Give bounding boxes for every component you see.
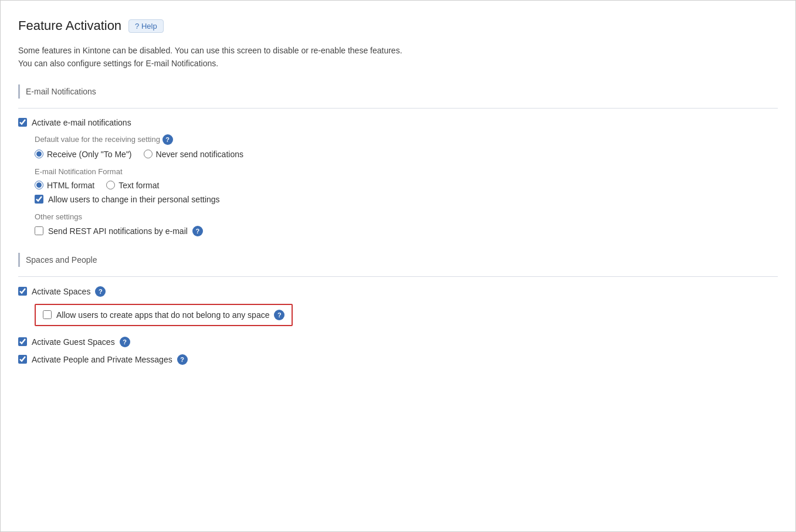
format-radio-group: HTML format Text format — [35, 181, 778, 190]
allow-change-checkbox[interactable] — [35, 195, 43, 204]
activate-people-checkbox[interactable] — [18, 355, 27, 364]
spaces-people-section: Spaces and People Activate Spaces ? Allo… — [18, 253, 778, 365]
text-format-label: Text format — [118, 181, 159, 190]
activate-email-label[interactable]: Activate e-mail notifications — [32, 118, 131, 127]
receiving-setting-radio-group: Receive (Only "To Me") Never send notifi… — [35, 150, 778, 159]
receive-only-me-option[interactable]: Receive (Only "To Me") — [35, 150, 132, 159]
description-line1: Some features in Kintone can be disabled… — [18, 46, 402, 55]
never-send-option[interactable]: Never send notifications — [144, 150, 243, 159]
default-value-label: Default value for the receiving setting … — [35, 134, 778, 145]
email-notifications-header: E-mail Notifications — [18, 84, 778, 99]
other-settings-label: Other settings — [35, 212, 778, 221]
activate-guest-spaces-checkbox[interactable] — [18, 337, 27, 346]
receive-only-me-radio[interactable] — [35, 150, 43, 158]
html-format-label: HTML format — [47, 181, 94, 190]
activate-guest-spaces-label[interactable]: Activate Guest Spaces — [32, 337, 115, 347]
allow-create-apps-checkbox[interactable] — [43, 310, 52, 319]
text-format-radio[interactable] — [106, 181, 115, 189]
allow-change-row: Allow users to change in their personal … — [35, 195, 778, 204]
activate-spaces-info-icon[interactable]: ? — [95, 286, 106, 297]
html-format-radio[interactable] — [35, 181, 43, 189]
send-rest-api-label[interactable]: Send REST API notifications by e-mail — [48, 226, 188, 236]
spaces-people-title: Spaces and People — [26, 255, 97, 265]
allow-change-label[interactable]: Allow users to change in their personal … — [48, 195, 220, 204]
activate-people-info-icon[interactable]: ? — [177, 354, 188, 365]
default-value-info-icon[interactable]: ? — [162, 134, 173, 145]
text-format-option[interactable]: Text format — [106, 181, 159, 190]
send-rest-api-checkbox[interactable] — [35, 226, 43, 235]
send-rest-api-info-icon[interactable]: ? — [192, 226, 203, 236]
divider-email — [18, 108, 778, 109]
activate-guest-spaces-info-icon[interactable]: ? — [120, 337, 130, 347]
email-notifications-title: E-mail Notifications — [26, 87, 96, 96]
format-section-label: E-mail Notification Format — [35, 167, 778, 176]
page-title: Feature Activation — [18, 18, 121, 33]
receive-only-me-label: Receive (Only "To Me") — [47, 150, 132, 159]
spaces-people-header: Spaces and People — [18, 253, 778, 267]
never-send-label: Never send notifications — [156, 150, 243, 159]
divider-spaces — [18, 276, 778, 277]
activate-spaces-row: Activate Spaces ? — [18, 286, 778, 297]
email-notifications-section: E-mail Notifications Activate e-mail not… — [18, 84, 778, 236]
page-header: Feature Activation ? Help — [18, 18, 778, 33]
never-send-radio[interactable] — [144, 150, 153, 158]
activate-spaces-checkbox[interactable] — [18, 287, 27, 296]
activate-email-checkbox[interactable] — [18, 118, 27, 127]
description-line2: You can also configure settings for E-ma… — [18, 59, 218, 68]
email-sub-options: Default value for the receiving setting … — [35, 134, 778, 236]
activate-guest-spaces-row: Activate Guest Spaces ? — [18, 337, 778, 347]
allow-create-apps-highlighted-row: Allow users to create apps that do not b… — [35, 304, 293, 326]
help-button[interactable]: ? Help — [128, 19, 164, 33]
send-rest-api-row: Send REST API notifications by e-mail ? — [35, 226, 778, 236]
activate-people-label[interactable]: Activate People and Private Messages — [32, 355, 172, 364]
page-container: Feature Activation ? Help Some features … — [0, 0, 796, 532]
activate-people-row: Activate People and Private Messages ? — [18, 354, 778, 365]
allow-create-apps-label[interactable]: Allow users to create apps that do not b… — [56, 310, 269, 320]
activate-email-row: Activate e-mail notifications — [18, 118, 778, 127]
allow-create-apps-info-icon[interactable]: ? — [274, 310, 284, 320]
activate-spaces-label[interactable]: Activate Spaces — [32, 287, 90, 296]
page-description: Some features in Kintone can be disabled… — [18, 44, 778, 70]
html-format-option[interactable]: HTML format — [35, 181, 94, 190]
